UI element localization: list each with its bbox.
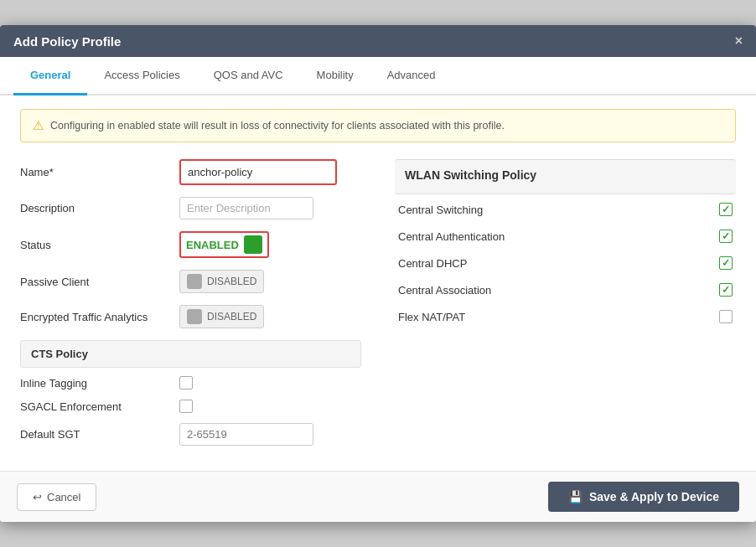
undo-icon: ↩ xyxy=(33,491,42,503)
passive-client-label: Passive Client xyxy=(20,276,179,288)
central-association-label: Central Association xyxy=(398,284,719,297)
sgacl-enforcement-row: SGACL Enforcement xyxy=(20,400,361,413)
central-switching-label: Central Switching xyxy=(398,204,719,216)
central-authentication-label: Central Authentication xyxy=(398,230,719,243)
right-panel: WLAN Switching Policy Central Switching … xyxy=(395,159,736,457)
modal-body: ⚠ Configuring in enabled state will resu… xyxy=(0,95,756,471)
cancel-button[interactable]: ↩ Cancel xyxy=(17,483,96,511)
inline-tagging-row: Inline Tagging xyxy=(20,376,361,390)
wlan-row-central-authentication: Central Authentication xyxy=(395,230,736,243)
alert-message: Configuring in enabled state will result… xyxy=(50,120,505,132)
tab-general[interactable]: General xyxy=(13,57,87,95)
description-label: Description xyxy=(20,202,179,214)
central-association-checkbox[interactable] xyxy=(719,283,733,297)
content-grid: Name* Description Status ENABLED xyxy=(20,159,736,457)
cts-section-header: CTS Policy xyxy=(20,340,361,368)
modal-container: Add Policy Profile × General Access Poli… xyxy=(0,25,756,522)
modal-footer: ↩ Cancel 💾 Save & Apply to Device xyxy=(0,471,756,522)
tab-mobility[interactable]: Mobility xyxy=(300,57,370,95)
encrypted-traffic-label: Encrypted Traffic Analytics xyxy=(20,311,179,323)
wlan-row-central-dhcp: Central DHCP xyxy=(395,256,736,270)
passive-client-row: Passive Client DISABLED xyxy=(20,270,361,293)
name-label: Name* xyxy=(20,166,179,178)
flex-nat-pat-checkbox[interactable] xyxy=(719,310,733,323)
encrypted-traffic-value: DISABLED xyxy=(207,311,256,323)
cancel-label: Cancel xyxy=(47,491,80,503)
tab-access-policies[interactable]: Access Policies xyxy=(87,57,196,95)
default-sgt-input[interactable] xyxy=(179,423,313,446)
description-input[interactable] xyxy=(179,197,313,219)
passive-client-toggle[interactable]: DISABLED xyxy=(179,270,264,293)
modal-title: Add Policy Profile xyxy=(13,34,121,49)
wlan-row-central-association: Central Association xyxy=(395,283,736,297)
status-value: ENABLED xyxy=(186,239,239,251)
warning-icon: ⚠ xyxy=(33,118,44,133)
save-icon: 💾 xyxy=(568,490,583,503)
tab-qos-avc[interactable]: QOS and AVC xyxy=(197,57,300,95)
status-toggle-indicator[interactable] xyxy=(244,235,262,254)
status-toggle-wrapper[interactable]: ENABLED xyxy=(179,231,269,258)
modal-header: Add Policy Profile × xyxy=(0,25,756,57)
name-input[interactable] xyxy=(183,163,334,182)
save-button[interactable]: 💾 Save & Apply to Device xyxy=(548,482,739,512)
sgacl-enforcement-label: SGACL Enforcement xyxy=(20,400,179,413)
passive-client-value: DISABLED xyxy=(207,276,256,287)
close-button[interactable]: × xyxy=(735,34,743,49)
left-panel: Name* Description Status ENABLED xyxy=(20,159,361,457)
name-field-wrapper xyxy=(179,159,337,185)
sgacl-enforcement-checkbox[interactable] xyxy=(179,400,193,413)
encrypted-traffic-slider xyxy=(187,309,202,324)
inline-tagging-label: Inline Tagging xyxy=(20,377,179,390)
inline-tagging-checkbox[interactable] xyxy=(179,376,193,390)
status-label: Status xyxy=(20,239,179,251)
passive-client-slider xyxy=(187,274,202,289)
flex-nat-pat-label: Flex NAT/PAT xyxy=(398,311,719,323)
encrypted-traffic-row: Encrypted Traffic Analytics DISABLED xyxy=(20,305,361,328)
wlan-row-central-switching: Central Switching xyxy=(395,203,736,216)
alert-banner: ⚠ Configuring in enabled state will resu… xyxy=(20,109,736,142)
save-label: Save & Apply to Device xyxy=(589,490,719,503)
central-switching-checkbox[interactable] xyxy=(719,203,733,216)
wlan-section-title: WLAN Switching Policy xyxy=(395,159,736,194)
central-dhcp-label: Central DHCP xyxy=(398,257,719,270)
encrypted-traffic-toggle[interactable]: DISABLED xyxy=(179,305,264,328)
default-sgt-label: Default SGT xyxy=(20,428,179,441)
wlan-row-flex-nat-pat: Flex NAT/PAT xyxy=(395,310,736,323)
central-dhcp-checkbox[interactable] xyxy=(719,256,733,270)
description-row: Description xyxy=(20,197,361,219)
default-sgt-row: Default SGT xyxy=(20,423,361,446)
tab-bar: General Access Policies QOS and AVC Mobi… xyxy=(0,57,756,95)
status-row: Status ENABLED xyxy=(20,231,361,258)
tab-advanced[interactable]: Advanced xyxy=(370,57,453,95)
name-row: Name* xyxy=(20,159,361,185)
central-authentication-checkbox[interactable] xyxy=(719,230,733,243)
